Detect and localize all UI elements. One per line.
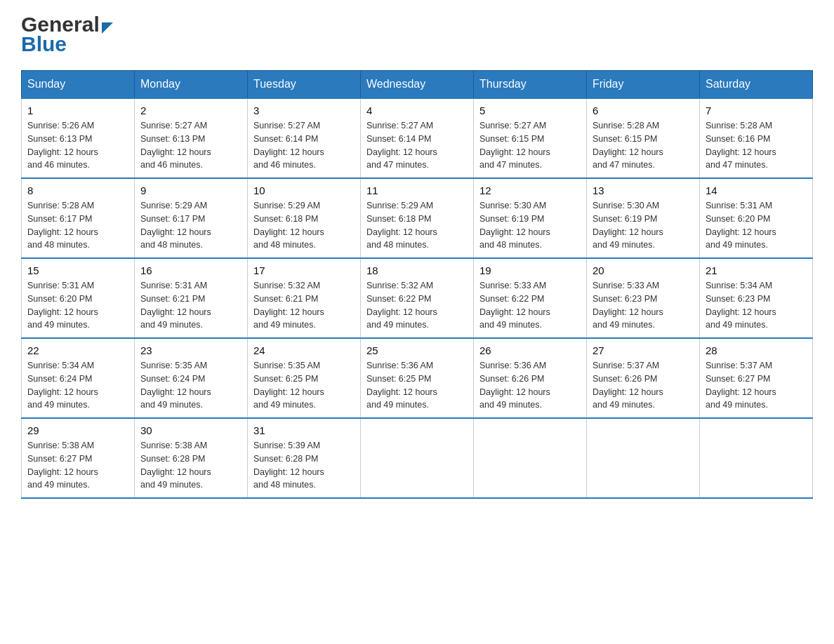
calendar-cell: 30 Sunrise: 5:38 AM Sunset: 6:28 PM Dayl…: [135, 418, 248, 498]
day-number: 3: [253, 105, 355, 116]
day-number: 18: [366, 264, 468, 276]
calendar-cell: 17 Sunrise: 5:32 AM Sunset: 6:21 PM Dayl…: [248, 258, 361, 338]
calendar-cell: 25 Sunrise: 5:36 AM Sunset: 6:25 PM Dayl…: [361, 338, 474, 418]
calendar-week-row: 8 Sunrise: 5:28 AM Sunset: 6:17 PM Dayli…: [22, 178, 813, 258]
calendar-cell: [474, 418, 587, 498]
calendar-cell: 20 Sunrise: 5:33 AM Sunset: 6:23 PM Dayl…: [587, 258, 700, 338]
day-info: Sunrise: 5:27 AM Sunset: 6:14 PM Dayligh…: [253, 119, 355, 172]
day-number: 2: [140, 105, 241, 116]
calendar-cell: 6 Sunrise: 5:28 AM Sunset: 6:15 PM Dayli…: [587, 98, 700, 178]
calendar-cell: 11 Sunrise: 5:29 AM Sunset: 6:18 PM Dayl…: [361, 178, 474, 258]
weekday-header-friday: Friday: [587, 71, 700, 99]
calendar-week-row: 15 Sunrise: 5:31 AM Sunset: 6:20 PM Dayl…: [22, 258, 813, 338]
calendar-cell: 31 Sunrise: 5:39 AM Sunset: 6:28 PM Dayl…: [248, 418, 361, 498]
day-info: Sunrise: 5:35 AM Sunset: 6:24 PM Dayligh…: [140, 359, 241, 412]
day-info: Sunrise: 5:36 AM Sunset: 6:25 PM Dayligh…: [366, 359, 468, 412]
calendar-cell: 7 Sunrise: 5:28 AM Sunset: 6:16 PM Dayli…: [700, 98, 813, 178]
calendar-cell: [587, 418, 700, 498]
calendar-cell: 8 Sunrise: 5:28 AM Sunset: 6:17 PM Dayli…: [22, 178, 135, 258]
day-info: Sunrise: 5:27 AM Sunset: 6:14 PM Dayligh…: [366, 119, 468, 172]
day-number: 1: [27, 105, 128, 116]
day-number: 30: [140, 424, 241, 436]
day-info: Sunrise: 5:37 AM Sunset: 6:26 PM Dayligh…: [593, 359, 694, 412]
day-info: Sunrise: 5:29 AM Sunset: 6:17 PM Dayligh…: [140, 199, 241, 252]
weekday-header-sunday: Sunday: [22, 71, 135, 99]
calendar-cell: 26 Sunrise: 5:36 AM Sunset: 6:26 PM Dayl…: [474, 338, 587, 418]
calendar-cell: 5 Sunrise: 5:27 AM Sunset: 6:15 PM Dayli…: [474, 98, 587, 178]
calendar-cell: 2 Sunrise: 5:27 AM Sunset: 6:13 PM Dayli…: [135, 98, 248, 178]
day-info: Sunrise: 5:30 AM Sunset: 6:19 PM Dayligh…: [479, 199, 581, 252]
day-number: 13: [593, 185, 694, 196]
day-info: Sunrise: 5:30 AM Sunset: 6:19 PM Dayligh…: [593, 199, 694, 252]
calendar-cell: 22 Sunrise: 5:34 AM Sunset: 6:24 PM Dayl…: [22, 338, 135, 418]
calendar-cell: 14 Sunrise: 5:31 AM Sunset: 6:20 PM Dayl…: [700, 178, 813, 258]
weekday-header-tuesday: Tuesday: [248, 71, 361, 99]
day-number: 20: [593, 264, 694, 276]
day-info: Sunrise: 5:34 AM Sunset: 6:23 PM Dayligh…: [706, 279, 807, 332]
day-number: 15: [27, 264, 128, 276]
day-number: 12: [479, 185, 581, 196]
day-info: Sunrise: 5:35 AM Sunset: 6:25 PM Dayligh…: [253, 359, 355, 412]
day-info: Sunrise: 5:31 AM Sunset: 6:21 PM Dayligh…: [140, 279, 241, 332]
calendar-cell: 1 Sunrise: 5:26 AM Sunset: 6:13 PM Dayli…: [22, 98, 135, 178]
calendar-cell: 19 Sunrise: 5:33 AM Sunset: 6:22 PM Dayl…: [474, 258, 587, 338]
calendar-cell: 16 Sunrise: 5:31 AM Sunset: 6:21 PM Dayl…: [135, 258, 248, 338]
calendar-table: SundayMondayTuesdayWednesdayThursdayFrid…: [21, 70, 813, 499]
calendar-cell: 18 Sunrise: 5:32 AM Sunset: 6:22 PM Dayl…: [361, 258, 474, 338]
day-info: Sunrise: 5:29 AM Sunset: 6:18 PM Dayligh…: [366, 199, 468, 252]
weekday-header-wednesday: Wednesday: [361, 71, 474, 99]
calendar-cell: 3 Sunrise: 5:27 AM Sunset: 6:14 PM Dayli…: [248, 98, 361, 178]
day-info: Sunrise: 5:38 AM Sunset: 6:28 PM Dayligh…: [140, 439, 241, 492]
calendar-cell: 15 Sunrise: 5:31 AM Sunset: 6:20 PM Dayl…: [22, 258, 135, 338]
day-number: 24: [253, 344, 355, 356]
day-number: 5: [479, 105, 581, 116]
logo: General Blue: [21, 14, 113, 56]
day-number: 14: [706, 185, 807, 196]
day-number: 9: [140, 185, 241, 196]
calendar-week-row: 22 Sunrise: 5:34 AM Sunset: 6:24 PM Dayl…: [22, 338, 813, 418]
day-info: Sunrise: 5:28 AM Sunset: 6:15 PM Dayligh…: [593, 119, 694, 172]
weekday-header-saturday: Saturday: [700, 71, 813, 99]
calendar-cell: 4 Sunrise: 5:27 AM Sunset: 6:14 PM Dayli…: [361, 98, 474, 178]
weekday-header-thursday: Thursday: [474, 71, 587, 99]
day-number: 19: [479, 264, 581, 276]
calendar-cell: [700, 418, 813, 498]
calendar-cell: 29 Sunrise: 5:38 AM Sunset: 6:27 PM Dayl…: [22, 418, 135, 498]
day-info: Sunrise: 5:28 AM Sunset: 6:16 PM Dayligh…: [706, 119, 807, 172]
day-info: Sunrise: 5:26 AM Sunset: 6:13 PM Dayligh…: [27, 119, 128, 172]
day-number: 23: [140, 344, 241, 356]
day-info: Sunrise: 5:27 AM Sunset: 6:13 PM Dayligh…: [140, 119, 241, 172]
day-number: 26: [479, 344, 581, 356]
day-info: Sunrise: 5:32 AM Sunset: 6:22 PM Dayligh…: [366, 279, 468, 332]
day-number: 7: [706, 105, 807, 116]
day-number: 21: [706, 264, 807, 276]
day-number: 31: [253, 424, 355, 436]
day-info: Sunrise: 5:33 AM Sunset: 6:23 PM Dayligh…: [593, 279, 694, 332]
day-info: Sunrise: 5:31 AM Sunset: 6:20 PM Dayligh…: [27, 279, 128, 332]
day-info: Sunrise: 5:38 AM Sunset: 6:27 PM Dayligh…: [27, 439, 128, 492]
page-header: General Blue: [21, 14, 813, 56]
day-number: 25: [366, 344, 468, 356]
day-number: 29: [27, 424, 128, 436]
day-info: Sunrise: 5:37 AM Sunset: 6:27 PM Dayligh…: [706, 359, 807, 412]
logo-blue: Blue: [21, 32, 67, 56]
day-number: 16: [140, 264, 241, 276]
day-info: Sunrise: 5:32 AM Sunset: 6:21 PM Dayligh…: [253, 279, 355, 332]
day-number: 27: [593, 344, 694, 356]
day-number: 17: [253, 264, 355, 276]
day-info: Sunrise: 5:28 AM Sunset: 6:17 PM Dayligh…: [27, 199, 128, 252]
day-number: 10: [253, 185, 355, 196]
weekday-header-monday: Monday: [135, 71, 248, 99]
calendar-cell: 12 Sunrise: 5:30 AM Sunset: 6:19 PM Dayl…: [474, 178, 587, 258]
day-info: Sunrise: 5:39 AM Sunset: 6:28 PM Dayligh…: [253, 439, 355, 492]
calendar-cell: 28 Sunrise: 5:37 AM Sunset: 6:27 PM Dayl…: [700, 338, 813, 418]
day-info: Sunrise: 5:27 AM Sunset: 6:15 PM Dayligh…: [479, 119, 581, 172]
day-info: Sunrise: 5:36 AM Sunset: 6:26 PM Dayligh…: [479, 359, 581, 412]
calendar-cell: 23 Sunrise: 5:35 AM Sunset: 6:24 PM Dayl…: [135, 338, 248, 418]
day-number: 28: [706, 344, 807, 356]
calendar-week-row: 1 Sunrise: 5:26 AM Sunset: 6:13 PM Dayli…: [22, 98, 813, 178]
calendar-week-row: 29 Sunrise: 5:38 AM Sunset: 6:27 PM Dayl…: [22, 418, 813, 498]
calendar-cell: 24 Sunrise: 5:35 AM Sunset: 6:25 PM Dayl…: [248, 338, 361, 418]
day-info: Sunrise: 5:29 AM Sunset: 6:18 PM Dayligh…: [253, 199, 355, 252]
day-number: 8: [27, 185, 128, 196]
